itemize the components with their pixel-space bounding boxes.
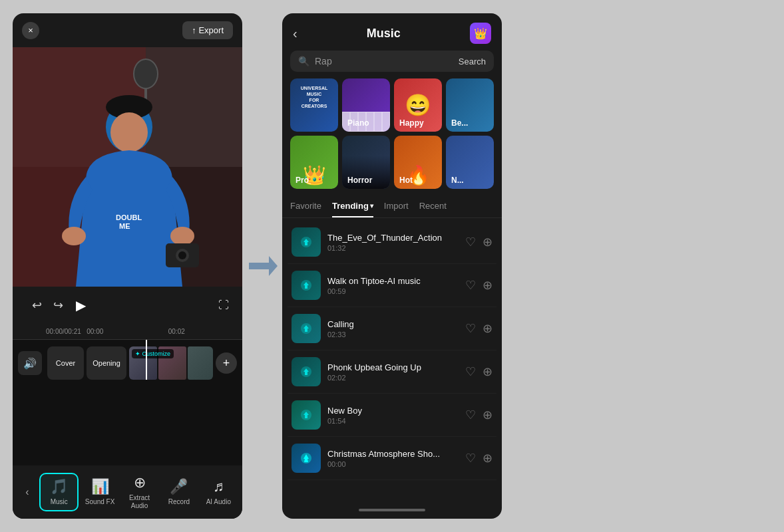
search-input[interactable] [315, 56, 453, 66]
song-info-thunder: The_Eve_Of_Thunder_Action 01:32 [327, 233, 459, 252]
genre-be[interactable]: Be... [446, 78, 494, 132]
heart-button-new-boy[interactable]: ♡ [465, 408, 476, 422]
song-info-new-boy: New Boy 01:54 [327, 406, 459, 425]
dropdown-arrow-icon: ▾ [370, 202, 373, 209]
left-panel: × ↑ Export [13, 13, 242, 519]
song-duration-calling: 02:33 [327, 331, 459, 338]
song-info-phonk: Phonk Upbeat Going Up 02:02 [327, 362, 459, 382]
cover-track[interactable]: Cover [47, 346, 84, 380]
left-header: × ↑ Export [13, 13, 242, 47]
extract-audio-label: Extract Audio [124, 494, 155, 510]
genre-hot[interactable]: 🔥 Hot [394, 136, 442, 189]
genre-label-hot: Hot [399, 176, 413, 185]
download-button-xmas[interactable]: ⊕ [483, 451, 492, 466]
genre-label-n: N... [451, 176, 464, 185]
heart-button-calling[interactable]: ♡ [465, 321, 476, 336]
song-thunder[interactable]: The_Eve_Of_Thunder_Action 01:32 ♡ ⊕ [288, 221, 496, 264]
playhead [146, 340, 147, 380]
song-info-xmas: Christmas Atmosphere Sho... 00:00 [327, 449, 459, 468]
search-icon: 🔍 [298, 56, 309, 66]
genre-label-piano: Piano [347, 118, 369, 128]
song-new-boy[interactable]: New Boy 01:54 ♡ ⊕ [288, 394, 496, 437]
search-bar: 🔍 Search [290, 51, 494, 72]
download-button-new-boy[interactable]: ⊕ [483, 408, 492, 422]
song-xmas[interactable]: Christmas Atmosphere Sho... 00:00 ♡ ⊕ [288, 437, 496, 480]
tool-sound-fx[interactable]: 📊 Sound FX [81, 474, 118, 510]
genre-universal[interactable]: UNIVERSALMUSICFOR CREATORS [290, 78, 338, 132]
redo-button[interactable]: ↪ [47, 295, 69, 316]
tool-ai-audio[interactable]: ♬ AI Audio [200, 474, 237, 510]
export-button[interactable]: ↑ Export [182, 21, 233, 39]
download-button-tiptoe[interactable]: ⊕ [483, 278, 492, 293]
music-label: Music [51, 498, 68, 506]
play-button[interactable]: ▶ [69, 293, 93, 317]
download-button-thunder[interactable]: ⊕ [483, 235, 492, 249]
right-panel: ‹ Music 👑 🔍 Search UNIVERSALMUSICFOR CRE… [282, 13, 502, 519]
song-actions-phonk: ♡ ⊕ [465, 364, 492, 379]
close-button[interactable]: × [22, 22, 39, 39]
song-name-thunder: The_Eve_Of_Thunder_Action [327, 233, 459, 243]
tab-import[interactable]: Import [384, 196, 409, 217]
video-preview: DOUBL ME [13, 47, 242, 287]
fullscreen-button[interactable]: ⛶ [218, 299, 229, 311]
song-thumb-xmas [292, 444, 321, 473]
timecode-3: 00:02 [168, 328, 209, 335]
opening-track[interactable]: Opening [87, 346, 126, 380]
back-button[interactable]: ‹ [293, 26, 297, 41]
genre-happy[interactable]: 😄 Happy [394, 78, 442, 132]
genre-pro[interactable]: 👑 Pro [290, 136, 338, 189]
heart-button-phonk[interactable]: ♡ [465, 364, 476, 379]
song-info-calling: Calling 02:33 [327, 319, 459, 338]
undo-button[interactable]: ↩ [26, 295, 47, 316]
genre-piano[interactable]: Piano [342, 78, 390, 132]
tool-music[interactable]: 🎵 Music [39, 473, 79, 511]
download-button-phonk[interactable]: ⊕ [483, 364, 492, 379]
song-thumb-new-boy [292, 400, 321, 430]
playback-controls: ↩ ↪ ▶ ⛶ [13, 287, 242, 324]
song-name-tiptoe: Walk on Tiptoe-AI music [327, 276, 459, 286]
song-actions-xmas: ♡ ⊕ [465, 451, 492, 466]
timeline-area: 00:00/00:21 00:00 00:02 🔊 Cover Opening [13, 324, 242, 466]
video-thumbnails[interactable]: ✦ Customize [129, 346, 213, 380]
heart-button-thunder[interactable]: ♡ [465, 235, 476, 249]
download-button-calling[interactable]: ⊕ [483, 321, 492, 336]
happy-face-icon: 😄 [405, 92, 431, 118]
tab-recent[interactable]: Recent [419, 196, 447, 217]
tool-extract-audio[interactable]: ⊕ Extract Audio [121, 470, 158, 514]
song-info-tiptoe: Walk on Tiptoe-AI music 00:59 [327, 276, 459, 295]
song-thumb-tiptoe [292, 271, 321, 300]
genre-label-pro: Pro [295, 176, 309, 185]
song-tiptoe[interactable]: Walk on Tiptoe-AI music 00:59 ♡ ⊕ [288, 264, 496, 307]
svg-marker-15 [249, 256, 278, 276]
svg-text:ME: ME [119, 222, 130, 230]
genre-n[interactable]: N... [446, 136, 494, 189]
arrow-icon [246, 253, 279, 279]
song-name-calling: Calling [327, 319, 459, 329]
tab-favorite[interactable]: Favorite [290, 196, 321, 217]
song-calling[interactable]: Calling 02:33 ♡ ⊕ [288, 307, 496, 350]
sound-fx-icon: 📊 [91, 478, 109, 495]
extract-audio-icon: ⊕ [134, 474, 146, 491]
genre-horror[interactable]: Horror [342, 136, 390, 189]
genre-label-be: Be... [451, 118, 468, 128]
search-button[interactable]: Search [459, 57, 486, 66]
tab-trending[interactable]: Trending ▾ [332, 196, 373, 217]
heart-button-tiptoe[interactable]: ♡ [465, 278, 476, 293]
song-phonk[interactable]: Phonk Upbeat Going Up 02:02 ♡ ⊕ [288, 350, 496, 394]
record-label: Record [168, 498, 190, 506]
song-name-phonk: Phonk Upbeat Going Up [327, 362, 459, 372]
timecode-2 [128, 328, 168, 335]
add-track-button[interactable]: + [216, 352, 237, 374]
chevron-button[interactable]: ‹ [18, 479, 37, 505]
svg-point-11 [170, 227, 194, 245]
crown-button[interactable]: 👑 [470, 23, 491, 44]
volume-button[interactable]: 🔊 [18, 351, 42, 375]
trending-dropdown: Trending ▾ [332, 201, 373, 211]
tabs-row: Favorite Trending ▾ Import Recent [282, 196, 502, 218]
svg-point-10 [62, 227, 86, 245]
svg-point-14 [178, 251, 186, 259]
tool-record[interactable]: 🎤 Record [160, 474, 197, 510]
heart-button-xmas[interactable]: ♡ [465, 451, 476, 466]
song-actions-calling: ♡ ⊕ [465, 321, 492, 336]
bottom-bar [282, 505, 502, 519]
